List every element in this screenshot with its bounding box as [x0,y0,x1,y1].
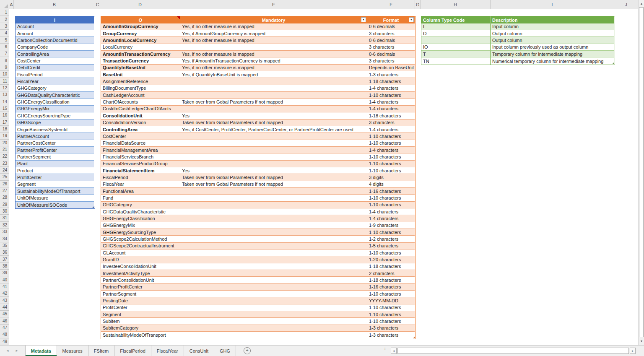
mandatory-cell[interactable]: Yes, if no other measure is mapped [180,23,367,30]
row-number[interactable]: 34 [0,235,9,242]
output-name-cell[interactable]: GHGEnergySourcingType [101,229,180,236]
row-number[interactable]: 48 [0,331,9,338]
mandatory-cell[interactable]: Yes, if no other measure is mapped [180,65,367,71]
output-name-cell[interactable]: AmountInLocalCurrency [101,37,180,44]
format-cell[interactable]: 1-10 characters [367,140,415,147]
row-number[interactable]: 26 [0,181,9,187]
format-cell[interactable]: 3 characters [367,57,415,64]
row-number[interactable]: 29 [0,201,9,208]
input-column-cell[interactable]: ProfitCenter [16,174,94,181]
mandatory-cell[interactable] [180,236,367,242]
row-number[interactable]: 35 [0,242,9,249]
column-header-F[interactable]: F [367,0,415,9]
mandatory-cell[interactable] [180,215,367,222]
column-header-J[interactable]: J [614,0,638,9]
output-name-cell[interactable]: GHGScope2ContractualInstrument [101,243,180,249]
mandatory-cell[interactable]: Taken over from Gobal Parameters if not … [180,181,367,188]
row-number[interactable]: 19 [0,133,9,139]
output-name-cell[interactable]: SubitemCategory [101,325,180,332]
row-number[interactable]: 44 [0,304,9,311]
type-code-cell[interactable]: IO [421,44,491,51]
output-name-cell[interactable]: CostCenter [101,133,180,140]
format-cell[interactable]: 4 digits [367,181,415,188]
row-number[interactable]: 42 [0,290,9,297]
row-number[interactable]: 31 [0,215,9,221]
output-name-cell[interactable]: FinancialManagementArea [101,147,180,153]
output-name-cell[interactable]: GHGEnergyMix [101,222,180,229]
output-header-format[interactable]: Format▼ [367,16,415,23]
h-scrollbar[interactable]: ◄ ► [391,347,636,354]
mandatory-cell[interactable]: Yes [180,167,367,174]
input-column-cell[interactable]: Amount [16,30,94,37]
mandatory-cell[interactable] [180,243,367,249]
format-cell[interactable]: 1-10 characters [367,153,415,160]
row-number[interactable]: 27 [0,187,9,194]
mandatory-cell[interactable] [180,270,367,277]
output-name-cell[interactable]: TransactionCurrency [101,57,180,64]
select-all-corner[interactable] [0,0,9,9]
row-number[interactable]: 5 [0,36,9,43]
format-cell[interactable]: 1-10 characters [367,229,415,236]
row-number[interactable]: 25 [0,174,9,180]
mandatory-cell[interactable] [180,106,367,112]
row-number[interactable]: 46 [0,317,9,324]
row-number[interactable]: 18 [0,126,9,133]
type-description-header[interactable]: Description [491,16,614,23]
row-number[interactable]: 39 [0,270,9,276]
output-name-cell[interactable]: PartnerSegment [101,291,180,297]
format-cell[interactable]: 1-10 characters [367,311,415,318]
input-column-cell[interactable]: PartnerAccount [16,133,94,140]
output-name-cell[interactable]: QuantityInBaseUnit [101,65,180,71]
sheet-tab-fiscalperiod[interactable]: FiscalPeriod [114,346,151,356]
format-cell[interactable]: 1-4 characters [367,147,415,153]
format-cell[interactable]: 1-20 characters [367,256,415,263]
mandatory-cell[interactable] [180,256,367,263]
output-name-cell[interactable]: AmountInGroupCurrency [101,23,180,30]
mandatory-cell[interactable] [180,229,367,236]
format-cell[interactable]: 1-10 characters [367,304,415,311]
output-name-cell[interactable]: FinancialServicesProductGroup [101,161,180,167]
output-name-cell[interactable]: ProfitCenter [101,304,180,311]
row-number[interactable]: 47 [0,325,9,331]
format-cell[interactable]: 1-10 characters [367,202,415,208]
mandatory-cell[interactable] [180,263,367,270]
mandatory-cell[interactable] [180,208,367,215]
output-name-cell[interactable]: FiscalPeriod [101,174,180,181]
output-name-cell[interactable]: FunctionalArea [101,188,180,195]
row-number[interactable]: 36 [0,249,9,256]
mandatory-cell[interactable]: Taken over from Gobal Parameters if not … [180,174,367,181]
type-code-cell[interactable]: TN [421,57,491,64]
row-number[interactable]: 6 [0,44,9,50]
row-number[interactable]: 32 [0,222,9,229]
input-column-cell[interactable]: GHGEnergyMix [16,106,94,112]
mandatory-cell[interactable] [180,85,367,92]
row-number[interactable]: 14 [0,98,9,105]
type-code-cell[interactable]: I [421,23,491,30]
v-scroll-down-icon[interactable]: ▼ [639,338,644,344]
format-cell[interactable]: 1-4 characters [367,85,415,92]
format-cell[interactable]: 0-6 decimals [367,23,415,30]
row-number[interactable]: 30 [0,208,9,215]
input-column-cell[interactable]: CostCenter [16,57,94,64]
output-name-cell[interactable]: PostingDate [101,297,180,304]
mandatory-cell[interactable] [180,311,367,318]
format-cell[interactable]: 1-4 characters [367,106,415,112]
row-number[interactable]: 15 [0,105,9,112]
mandatory-cell[interactable] [180,78,367,85]
row-number[interactable]: 28 [0,194,9,201]
row-number[interactable]: 20 [0,140,9,146]
format-cell[interactable]: 1-10 characters [367,92,415,99]
output-name-cell[interactable]: GroupCurrency [101,30,180,37]
column-header-B[interactable]: B [14,0,95,9]
format-cell[interactable]: 1-3 characters [367,71,415,78]
mandatory-cell[interactable] [180,140,367,147]
row-number[interactable]: 10 [0,71,9,78]
format-cell[interactable]: 3 digits [367,174,415,181]
row-number[interactable]: 49 [0,338,9,345]
mandatory-cell[interactable]: Taken over from Gobal Parameters if not … [180,120,367,126]
row-number[interactable]: 3 [0,23,9,30]
mandatory-cell[interactable] [180,222,367,229]
tab-scrollbar-splitter[interactable]: ⁞ [384,348,386,350]
input-column-cell[interactable]: Plant [16,161,94,167]
mandatory-cell[interactable] [180,147,367,153]
